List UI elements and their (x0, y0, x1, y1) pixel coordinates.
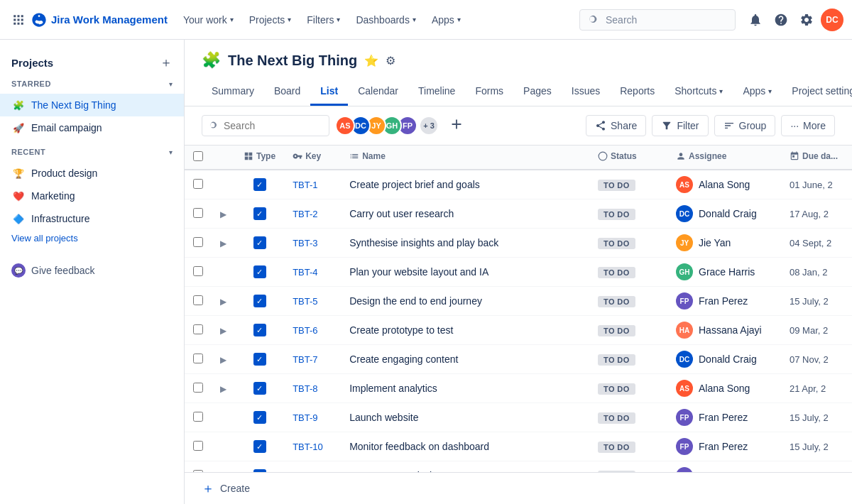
row-status-6[interactable]: TO DO (589, 345, 667, 374)
row-status-7[interactable]: TO DO (589, 374, 667, 403)
row-name-6[interactable]: Create engaging content (341, 345, 589, 374)
row-name-2[interactable]: Synthesise insights and play back (341, 229, 589, 258)
row-assignee-10[interactable]: FP Fran Perez (667, 461, 781, 473)
row-status-0[interactable]: TO DO (589, 170, 667, 199)
row-checkbox-cell[interactable] (185, 432, 212, 461)
tab-board[interactable]: Board (264, 78, 310, 106)
row-assignee-1[interactable]: DC Donald Craig (667, 199, 781, 229)
row-key-7[interactable]: TBT-8 (284, 374, 341, 403)
settings-icon[interactable] (795, 9, 818, 31)
apps-grid-icon[interactable] (9, 10, 28, 30)
row-expand-9[interactable] (212, 432, 235, 461)
filter-button[interactable]: Filter (652, 115, 708, 136)
row-status-10[interactable]: TO DO (589, 461, 667, 473)
row-key-4[interactable]: TBT-5 (284, 287, 341, 316)
tab-shortcuts[interactable]: Shortcuts▾ (665, 78, 733, 106)
row-key-8[interactable]: TBT-9 (284, 403, 341, 432)
row-key-0[interactable]: TBT-1 (284, 170, 341, 199)
recent-chevron[interactable]: ▾ (169, 148, 173, 156)
row-checkbox-2[interactable] (193, 237, 203, 247)
row-name-1[interactable]: Carry out user research (341, 199, 589, 229)
nav-item-apps[interactable]: Apps▾ (425, 10, 468, 30)
jira-logo[interactable]: Jira Work Management (31, 12, 168, 28)
row-name-7[interactable]: Implement analytics (341, 374, 589, 403)
row-checkbox-9[interactable] (193, 441, 203, 451)
row-key-10[interactable]: TBT-11 (284, 461, 341, 473)
project-settings-star-icon[interactable]: ⭐ (364, 54, 378, 67)
row-checkbox-cell[interactable] (185, 403, 212, 432)
row-checkbox-7[interactable] (193, 383, 203, 393)
nav-item-dashboards[interactable]: Dashboards▾ (349, 10, 423, 30)
row-status-3[interactable]: TO DO (589, 258, 667, 287)
tab-pages[interactable]: Pages (513, 78, 562, 106)
tab-apps[interactable]: Apps▾ (733, 78, 782, 106)
share-button[interactable]: Share (586, 115, 646, 136)
give-feedback[interactable]: 💬 Give feedback (0, 258, 184, 283)
row-status-2[interactable]: TO DO (589, 229, 667, 258)
row-checkbox-4[interactable] (193, 295, 203, 305)
row-checkbox-0[interactable] (193, 179, 203, 189)
project-settings-icon[interactable]: ⚙ (386, 54, 395, 67)
row-assignee-3[interactable]: GH Grace Harris (667, 258, 781, 287)
global-search[interactable]: Search (579, 9, 736, 31)
row-expand-10[interactable] (212, 461, 235, 473)
row-assignee-6[interactable]: DC Donald Craig (667, 345, 781, 374)
row-checkbox-cell[interactable] (185, 345, 212, 374)
row-status-4[interactable]: TO DO (589, 287, 667, 316)
help-icon[interactable] (770, 9, 792, 31)
row-expand-3[interactable] (212, 258, 235, 287)
row-status-1[interactable]: TO DO (589, 199, 667, 229)
row-name-0[interactable]: Create project brief and goals (341, 170, 589, 199)
nav-item-projects[interactable]: Projects▾ (242, 10, 299, 30)
row-expand-0[interactable] (212, 170, 235, 199)
sidebar-starred-1[interactable]: 🚀Email campaign (0, 116, 184, 139)
row-checkbox-3[interactable] (193, 266, 203, 276)
row-name-9[interactable]: Monitor feedback on dashboard (341, 432, 589, 461)
col-select-all[interactable] (185, 146, 212, 170)
tab-timeline[interactable]: Timeline (408, 78, 465, 106)
create-row[interactable]: ＋ Create (185, 472, 852, 504)
add-project-icon[interactable]: ＋ (160, 54, 173, 71)
row-assignee-9[interactable]: FP Fran Perez (667, 432, 781, 461)
row-expand-6[interactable]: ▶ (212, 345, 235, 374)
row-name-8[interactable]: Launch website (341, 403, 589, 432)
add-member-button[interactable] (449, 116, 464, 136)
row-key-5[interactable]: TBT-6 (284, 316, 341, 345)
select-all-checkbox[interactable] (193, 151, 203, 161)
notifications-icon[interactable] (744, 9, 767, 31)
row-assignee-4[interactable]: FP Fran Perez (667, 287, 781, 316)
row-assignee-7[interactable]: AS Alana Song (667, 374, 781, 403)
row-checkbox-cell[interactable] (185, 461, 212, 473)
tab-forms[interactable]: Forms (465, 78, 513, 106)
tab-calendar[interactable]: Calendar (348, 78, 408, 106)
row-assignee-2[interactable]: JY Jie Yan (667, 229, 781, 258)
row-checkbox-cell[interactable] (185, 199, 212, 229)
row-name-5[interactable]: Create prototype to test (341, 316, 589, 345)
nav-item-your-work[interactable]: Your work▾ (176, 10, 241, 30)
row-expand-2[interactable]: ▶ (212, 229, 235, 258)
row-name-4[interactable]: Design the end to end journey (341, 287, 589, 316)
more-button[interactable]: ··· More (781, 115, 835, 136)
nav-item-filters[interactable]: Filters▾ (300, 10, 347, 30)
row-checkbox-6[interactable] (193, 354, 203, 363)
tab-reports[interactable]: Reports (610, 78, 665, 106)
row-name-10[interactable]: Post report analysis (341, 461, 589, 473)
row-checkbox-cell[interactable] (185, 170, 212, 199)
group-button[interactable]: Group (714, 115, 776, 136)
row-checkbox-1[interactable] (193, 208, 203, 218)
row-checkbox-cell[interactable] (185, 287, 212, 316)
row-checkbox-cell[interactable] (185, 316, 212, 345)
row-expand-5[interactable]: ▶ (212, 316, 235, 345)
row-key-9[interactable]: TBT-10 (284, 432, 341, 461)
row-assignee-8[interactable]: FP Fran Perez (667, 403, 781, 432)
row-assignee-5[interactable]: HA Hassana Ajayi (667, 316, 781, 345)
row-checkbox-cell[interactable] (185, 229, 212, 258)
row-checkbox-cell[interactable] (185, 374, 212, 403)
member-count[interactable]: + 3 (419, 116, 439, 136)
sidebar-recent-2[interactable]: 🔷Infrastructure (0, 207, 184, 230)
row-status-8[interactable]: TO DO (589, 403, 667, 432)
tab-issues[interactable]: Issues (562, 78, 610, 106)
list-search[interactable] (202, 115, 329, 136)
row-expand-8[interactable] (212, 403, 235, 432)
row-assignee-0[interactable]: AS Alana Song (667, 170, 781, 199)
